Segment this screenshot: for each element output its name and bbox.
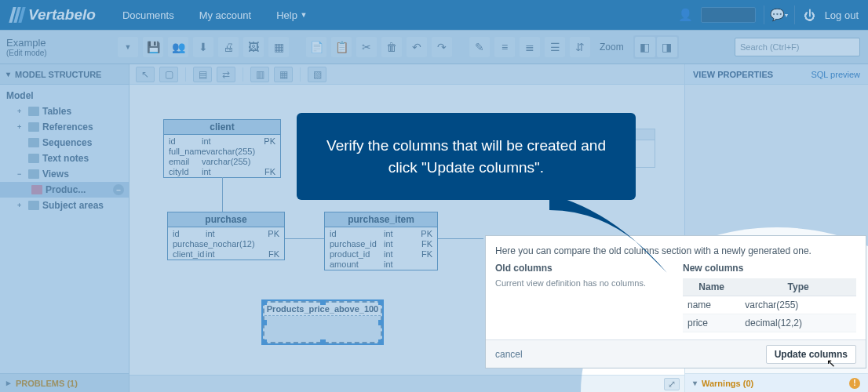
collapse-icon[interactable]: ▾ (6, 70, 10, 78)
distribute-icon[interactable]: ⇵ (570, 37, 590, 57)
erd-table-client[interactable]: client idintPK full_namevarchar(255) ema… (163, 119, 281, 178)
full-icon[interactable]: ◨ (657, 37, 677, 57)
chevron-down-icon: ▼ (301, 11, 308, 19)
menu-documents[interactable]: Documents (110, 0, 187, 30)
table-row: pricedecimal(12,2) (683, 314, 856, 332)
warning-badge-icon: ! (849, 378, 860, 389)
workspace-name[interactable]: Example (Edit mode) (0, 37, 118, 57)
table-row: namevarchar(255) (683, 296, 856, 314)
folder-icon (28, 169, 39, 179)
user-chip[interactable] (701, 7, 756, 23)
canvas-toolbar: ↖ ▢ ▤ ⇄ ▥ ▦ ▧ (129, 64, 684, 85)
menu-help[interactable]: Help ▼ (264, 0, 319, 30)
save-icon[interactable]: 💾 (143, 37, 163, 57)
download-icon[interactable]: ⬇ (193, 37, 213, 57)
compare-columns-modal: Here you can compare the old columns sec… (485, 235, 866, 368)
user-icon[interactable]: 👤 (679, 8, 693, 22)
note-tool-icon[interactable]: ▦ (274, 67, 293, 82)
folder-icon (28, 138, 39, 147)
edge (285, 238, 324, 239)
folder-icon (28, 107, 39, 116)
chat-icon[interactable]: 💬▾ (772, 8, 786, 22)
cursor-icon: ↖ (826, 357, 836, 369)
tree-textnotes[interactable]: Text notes (0, 151, 129, 166)
new-columns-table: NameType namevarchar(255) pricedecimal(1… (683, 278, 856, 332)
redo-icon[interactable]: ↷ (432, 37, 452, 57)
copy-icon[interactable]: 📄 (306, 37, 326, 57)
expand-icon[interactable]: ⤢ (664, 378, 680, 390)
table-tool-icon[interactable]: ▤ (193, 67, 212, 82)
tree-tables[interactable]: +Tables (0, 103, 129, 119)
edge (222, 177, 223, 212)
tree-root[interactable]: Model (0, 88, 129, 103)
model-tree: Model +Tables +References Sequences Text… (0, 85, 129, 373)
align-left-icon[interactable]: ≡ (494, 37, 515, 57)
right-panel-header: VIEW PROPERTIES SQL preview (685, 64, 868, 85)
divider (794, 5, 795, 24)
warnings-bar[interactable]: ▾ Warnings (0) ! (685, 373, 868, 392)
view-mode-toggle[interactable]: ◧ ◨ (633, 35, 679, 59)
area-tool-icon[interactable]: ▧ (308, 67, 326, 82)
cut-icon[interactable]: ✂ (356, 37, 377, 57)
tutorial-callout: Verify the columns that will be created … (297, 113, 636, 200)
new-columns-section: New columns NameType namevarchar(255) pr… (683, 263, 856, 332)
menu-my-account[interactable]: My account (187, 0, 264, 30)
problems-bar[interactable]: ▸ PROBLEMS (1) (0, 373, 129, 392)
tree-sequences[interactable]: Sequences (0, 135, 129, 151)
search-input[interactable]: Search (Ctrl+F) (735, 38, 860, 56)
logout-link[interactable]: Log out (825, 9, 859, 21)
workspace-bar: Example (Edit mode) ▼ 💾 👥 ⬇ 🖨 🖼 ▦ 📄 📋 ✂ … (0, 30, 868, 64)
zoom-label: Zoom (595, 42, 629, 53)
power-icon: ⏻ (803, 8, 817, 22)
sql-preview-link[interactable]: SQL preview (811, 70, 860, 79)
divider (764, 5, 764, 24)
view-icon (31, 185, 42, 194)
tree-views[interactable]: −Views (0, 166, 129, 182)
grid-icon[interactable]: ▦ (268, 37, 289, 57)
cancel-button[interactable]: cancel (495, 349, 523, 360)
workspace-menu-icon[interactable]: ▼ (118, 37, 138, 57)
tree-references[interactable]: +References (0, 119, 129, 135)
sidebar: ▾ MODEL STRUCTURE Model +Tables +Referen… (0, 64, 129, 392)
ref-tool-icon[interactable]: ⇄ (217, 67, 235, 82)
sidebar-header[interactable]: ▾ MODEL STRUCTURE (0, 64, 129, 85)
view-tool-icon[interactable]: ▥ (250, 67, 269, 82)
brand-name: Vertabelo (28, 6, 96, 24)
delete-icon[interactable]: 🗑 (381, 37, 402, 57)
marquee-tool-icon[interactable]: ▢ (159, 67, 178, 82)
share-icon[interactable]: 👥 (168, 37, 188, 57)
tree-view-item[interactable]: Produc... – (0, 182, 129, 198)
folder-icon (28, 154, 39, 163)
folder-icon (28, 201, 39, 210)
brand-icon (11, 7, 24, 23)
pointer-tool-icon[interactable]: ↖ (136, 67, 155, 82)
erd-table-purchase-item[interactable]: purchase_item idintPK purchase_idintFK p… (324, 212, 438, 270)
folder-icon (28, 122, 39, 132)
close-icon[interactable]: – (113, 184, 124, 195)
erd-table-purchase[interactable]: purchase idintPK purchase_nochar(12) cli… (167, 212, 285, 260)
image-icon[interactable]: 🖼 (243, 37, 264, 57)
tree-subject-areas[interactable]: +Subject areas (0, 198, 129, 213)
erd-view-products-price[interactable]: Products_price_above_100 (263, 301, 382, 343)
top-bar: Vertabelo Documents My account Help ▼ 👤 … (0, 0, 868, 30)
edit-icon[interactable]: ✎ (469, 37, 490, 57)
print-icon[interactable]: 🖨 (218, 37, 239, 57)
paste-icon[interactable]: 📋 (331, 37, 352, 57)
undo-icon[interactable]: ↶ (407, 37, 427, 57)
half-icon[interactable]: ◧ (635, 37, 655, 57)
align-right-icon[interactable]: ☰ (545, 37, 565, 57)
compare-message: Here you can compare the old columns sec… (486, 236, 866, 263)
edge (438, 238, 483, 239)
canvas-footer: ⤢ (129, 375, 684, 392)
align-center-icon[interactable]: ≣ (520, 37, 540, 57)
update-columns-button[interactable]: Update columns (766, 345, 856, 364)
brand[interactable]: Vertabelo (0, 6, 110, 24)
